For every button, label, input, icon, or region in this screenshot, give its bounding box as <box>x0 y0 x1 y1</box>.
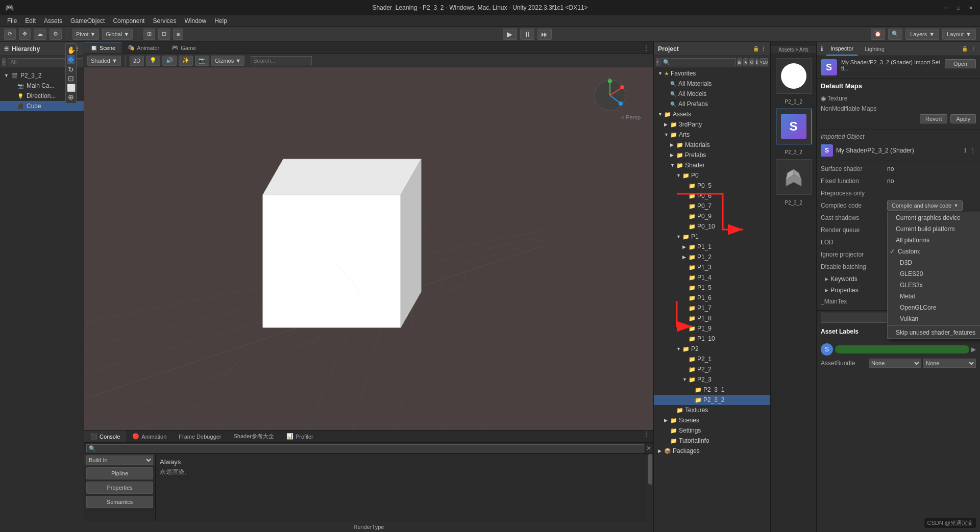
imported-more2[interactable]: ⋮ <box>970 147 976 154</box>
dd-d3d[interactable]: D3D <box>888 257 980 268</box>
proj-shader[interactable]: ▼ 📁 Shader <box>654 160 770 170</box>
step-btn[interactable]: ⏭ <box>537 29 552 40</box>
menu-file[interactable]: File <box>3 15 21 26</box>
console-search[interactable] <box>86 444 644 452</box>
rotate-gizmo[interactable]: ↻ <box>68 65 74 73</box>
proj-filter-btn[interactable]: ★ <box>743 58 748 66</box>
maximize-btn[interactable]: □ <box>954 4 963 12</box>
proj-packages[interactable]: ▶ 📦 Packages <box>654 446 770 456</box>
compile-show-btn[interactable]: Compile and show code ▼ <box>887 200 963 211</box>
pipline-btn[interactable]: Pipline <box>86 467 153 479</box>
grid-btn[interactable]: ⊞ <box>143 29 155 40</box>
proj-p0[interactable]: ▼ 📁 P0 <box>654 170 770 181</box>
tab-animation[interactable]: 🔴 Animation <box>126 430 173 442</box>
proj-assets[interactable]: ▼ 📁 Assets <box>654 109 770 119</box>
menu-services[interactable]: Services <box>149 15 180 26</box>
proj-settings[interactable]: 📁 Settings <box>654 425 770 436</box>
semantics-btn[interactable]: Semantics <box>86 496 153 508</box>
scene-search-input[interactable] <box>251 56 312 65</box>
proj-view-btn[interactable]: ⊞ <box>737 58 742 66</box>
proj-favorites[interactable]: ▼ ★ Favorites <box>654 68 770 79</box>
asset-thumb-1[interactable] <box>776 58 812 94</box>
proj-settings-btn[interactable]: ⚙ <box>749 58 754 66</box>
asset-bundle-select1[interactable]: None <box>869 359 921 368</box>
dd-current-graphics[interactable]: Current graphics device <box>888 212 980 223</box>
tab-framedebugger[interactable]: Frame Debugger <box>173 430 227 442</box>
dd-metal[interactable]: Metal <box>888 291 980 302</box>
play-btn[interactable]: ▶ <box>503 29 517 40</box>
proj-info-btn[interactable]: ℹ <box>755 58 758 66</box>
align-btn[interactable]: ≡ <box>173 29 183 40</box>
audio-toggle[interactable]: 🔊 <box>162 56 177 66</box>
proj-textures[interactable]: 📁 Textures <box>654 405 770 415</box>
proj-all-materials[interactable]: 🔍 All Materials <box>654 79 770 89</box>
2d-btn[interactable]: 2D <box>130 56 144 66</box>
proj-all-prefabs[interactable]: 🔍 All Prefabs <box>654 99 770 109</box>
tab-lighting[interactable]: Lighting <box>861 42 889 56</box>
menu-window[interactable]: Window <box>180 15 210 26</box>
proj-p1-2[interactable]: ▶ 📁 P1_2 <box>654 252 770 262</box>
proj-p0-7[interactable]: 📁 P0_7 <box>654 201 770 211</box>
proj-p0-9[interactable]: 📁 P0_9 <box>654 211 770 221</box>
proj-p2-3-1[interactable]: 📁 P2_3_1 <box>654 385 770 395</box>
minimize-btn[interactable]: ─ <box>942 4 950 12</box>
dd-skip-unused[interactable]: Skip unused shader_features <box>888 327 980 338</box>
proj-p1-5[interactable]: 📁 P1_5 <box>654 283 770 293</box>
apply-btn[interactable]: Apply <box>950 114 976 123</box>
build-dropdown[interactable]: Build In <box>86 455 153 465</box>
menu-gameobject[interactable]: GameObject <box>66 15 109 26</box>
console-more[interactable]: ⋮ <box>639 430 653 442</box>
gizmos-btn[interactable]: Gizmos ▼ <box>211 56 244 66</box>
proj-p1-1[interactable]: ▶ 📁 P1_1 <box>654 242 770 252</box>
scene-view-btn[interactable]: ⟳ <box>4 29 16 40</box>
asset-bundle-select2[interactable]: None <box>923 359 976 368</box>
proj-p1-4[interactable]: 📁 P1_4 <box>654 272 770 283</box>
proj-p0-5[interactable]: 📁 P0_5 <box>654 181 770 191</box>
asset-thumb-2[interactable]: S <box>776 109 812 144</box>
search-btn[interactable]: 🔍 <box>888 29 902 40</box>
layout-dropdown[interactable]: Layout ▼ <box>942 29 976 40</box>
tab-console[interactable]: ⬛ Console <box>84 430 126 442</box>
proj-p1[interactable]: ▼ 📁 P1 <box>654 232 770 242</box>
tab-game[interactable]: 🎮 Game <box>165 42 202 54</box>
scale-gizmo[interactable]: ⊡ <box>68 74 74 83</box>
menu-assets[interactable]: Assets <box>40 15 66 26</box>
pause-btn[interactable]: ⏸ <box>520 29 534 40</box>
scene-cam-btn[interactable]: 📷 <box>195 56 209 66</box>
menu-edit[interactable]: Edit <box>21 15 40 26</box>
fx-btn[interactable]: ✨ <box>179 56 193 66</box>
proj-p0-6[interactable]: 📁 P0_6 <box>654 191 770 201</box>
layers-dropdown[interactable]: Layers ▼ <box>905 29 939 40</box>
scrollbar-v[interactable] <box>647 454 653 521</box>
proj-p1-3[interactable]: 📁 P1_3 <box>654 262 770 272</box>
proj-materials[interactable]: ▶ 📁 Materials <box>654 140 770 150</box>
insp-more[interactable]: ⋮ <box>971 46 976 52</box>
proj-add-btn[interactable]: + <box>656 58 659 66</box>
collab-btn[interactable]: ⏰ <box>871 29 885 40</box>
proj-more[interactable]: ⋮ <box>761 46 766 52</box>
dd-openglcore[interactable]: OpenGLCore <box>888 302 980 313</box>
hier-add-btn[interactable]: + <box>2 58 6 66</box>
rect-gizmo[interactable]: ⬜ <box>67 84 76 92</box>
dd-gles20[interactable]: GLES20 <box>888 268 980 280</box>
proj-p1-6[interactable]: 📁 P1_6 <box>654 293 770 303</box>
proj-p2-3-2[interactable]: 📁 P2_3_2 <box>654 395 770 405</box>
close-btn[interactable]: ✕ <box>967 4 975 12</box>
proj-p2[interactable]: ▼ 📁 P2 <box>654 344 770 354</box>
proj-p1-9[interactable]: 📁 P1_9 <box>654 323 770 334</box>
dd-vulkan[interactable]: Vulkan <box>888 313 980 324</box>
open-btn[interactable]: Open <box>945 59 976 68</box>
scrollbar-thumb[interactable] <box>648 454 652 485</box>
dd-gles3x[interactable]: GLES3x <box>888 280 980 291</box>
tab-animator[interactable]: 🎭 Animator <box>121 42 165 54</box>
tab-inspector[interactable]: Inspector <box>826 42 857 56</box>
dd-all-platforms[interactable]: All platforms <box>888 235 980 246</box>
proj-all-models[interactable]: 🔍 All Models <box>654 89 770 99</box>
proj-p1-7[interactable]: 📁 P1_7 <box>654 303 770 313</box>
hand-tool[interactable]: ✋ <box>67 46 76 54</box>
proj-lock[interactable]: 🔒 <box>753 46 759 52</box>
shading-btn[interactable]: Shaded ▼ <box>87 56 121 66</box>
proj-prefabs[interactable]: ▶ 📁 Prefabs <box>654 150 770 160</box>
proj-3rdparty[interactable]: ▶ 📁 3rdParty <box>654 119 770 130</box>
snap-btn[interactable]: ⊡ <box>158 29 170 40</box>
